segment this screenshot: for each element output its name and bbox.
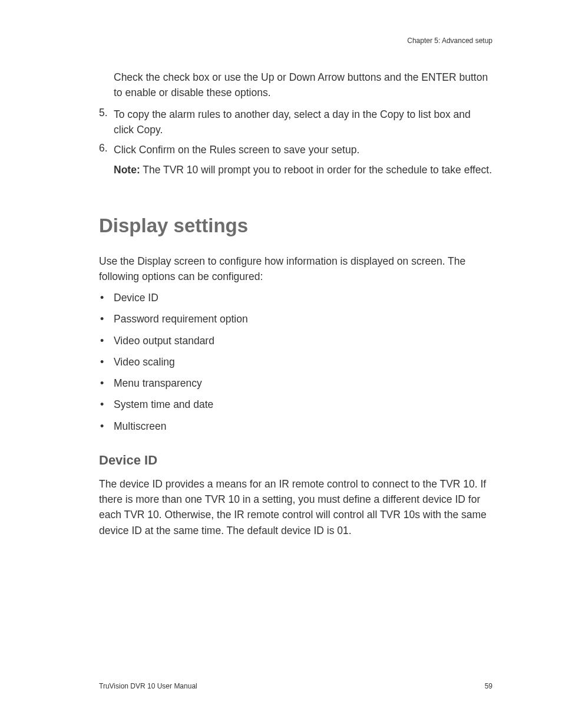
list-item: Video output standard: [99, 333, 492, 348]
subsection-heading-device-id: Device ID: [99, 453, 492, 468]
page-header-chapter: Chapter 5: Advanced setup: [407, 37, 492, 45]
footer-manual-title: TruVision DVR 10 User Manual: [99, 682, 197, 690]
list-item: Password requirement option: [99, 311, 492, 327]
page-footer: TruVision DVR 10 User Manual 59: [99, 682, 492, 690]
options-list: Device ID Password requirement option Vi…: [99, 290, 492, 434]
page-content: Check the check box or use the Up or Dow…: [99, 70, 492, 544]
step-text: To copy the alarm rules to another day, …: [114, 107, 492, 138]
step-text: Click Confirm on the Rules screen to sav…: [114, 142, 359, 157]
step-number: 6.: [99, 142, 114, 157]
step-number: 5.: [99, 107, 114, 138]
list-item: Menu transparency: [99, 375, 492, 391]
section-heading-display-settings: Display settings: [99, 215, 492, 237]
note-label: Note:: [114, 164, 140, 176]
list-item: Video scaling: [99, 354, 492, 370]
footer-page-number: 59: [485, 682, 492, 690]
list-item: Multiscreen: [99, 419, 492, 434]
section-intro: Use the Display screen to configure how …: [99, 253, 492, 285]
note-paragraph: Note: The TVR 10 will prompt you to rebo…: [114, 162, 492, 177]
note-body: The TVR 10 will prompt you to reboot in …: [140, 164, 492, 176]
list-item-6: 6. Click Confirm on the Rules screen to …: [99, 142, 492, 157]
list-item: System time and date: [99, 397, 492, 412]
list-item: Device ID: [99, 290, 492, 305]
list-item-5: 5. To copy the alarm rules to another da…: [99, 107, 492, 138]
device-id-paragraph: The device ID provides a means for an IR…: [99, 476, 492, 538]
intro-paragraph: Check the check box or use the Up or Dow…: [114, 70, 492, 101]
